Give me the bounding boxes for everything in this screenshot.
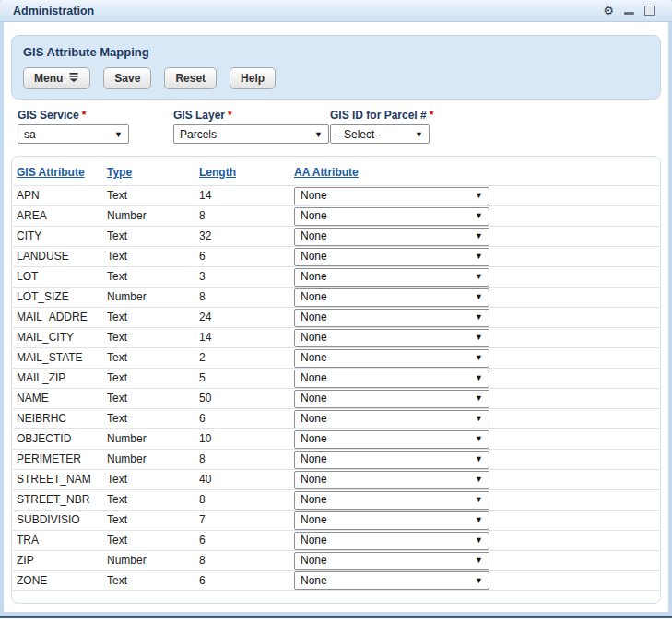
gis-layer-value: Parcels (180, 128, 311, 141)
aa-attribute-cell: None▼ (294, 471, 655, 489)
column-header-type[interactable]: Type (107, 166, 199, 185)
type-cell: Text (107, 409, 199, 428)
length-cell: 6 (199, 531, 294, 550)
aa-attribute-value: None (301, 471, 471, 489)
table-row: MAIL_ZIPText5None▼ (13, 368, 659, 388)
gis-attribute-cell: OBJECTID (17, 429, 107, 449)
aa-attribute-select[interactable]: None▼ (294, 309, 489, 327)
type-cell: Text (107, 470, 199, 489)
chevron-down-icon: ▼ (475, 491, 483, 510)
gis-id-label: GIS ID for Parcel # (330, 109, 427, 122)
type-cell: Text (107, 328, 199, 347)
gis-attribute-cell: MAIL_ZIP (17, 369, 107, 388)
length-cell: 8 (199, 490, 294, 510)
aa-attribute-cell: None▼ (294, 288, 655, 307)
aa-attribute-value: None (301, 511, 471, 530)
aa-attribute-select[interactable]: None▼ (294, 207, 489, 226)
column-header-gis-attribute[interactable]: GIS Attribute (17, 166, 107, 185)
aa-attribute-select[interactable]: None▼ (294, 430, 489, 449)
gis-service-select[interactable]: sa ▼ (18, 124, 129, 144)
aa-attribute-cell: None▼ (294, 491, 655, 510)
gis-attribute-cell: NEIBRHC (17, 409, 107, 428)
type-cell: Number (107, 206, 199, 226)
menu-dropdown-icon (68, 72, 79, 85)
aa-attribute-select[interactable]: None▼ (294, 349, 489, 368)
gis-attribute-cell: MAIL_CITY (17, 328, 107, 347)
aa-attribute-select[interactable]: None▼ (294, 552, 489, 570)
aa-attribute-select[interactable]: None▼ (294, 451, 489, 469)
save-button[interactable]: Save (103, 67, 151, 89)
aa-attribute-value: None (301, 349, 471, 368)
type-cell: Text (107, 227, 199, 246)
aa-attribute-select[interactable]: None▼ (294, 228, 489, 246)
type-cell: Text (107, 511, 199, 530)
column-header-aa-attribute[interactable]: AA Attribute (294, 166, 655, 185)
aa-attribute-select[interactable]: None▼ (294, 410, 489, 428)
aa-attribute-value: None (301, 309, 471, 327)
maximize-icon[interactable] (644, 6, 655, 16)
column-header-length[interactable]: Length (199, 166, 294, 185)
aa-attribute-select[interactable]: None▼ (294, 288, 489, 307)
type-cell: Text (107, 348, 199, 368)
length-cell: 8 (199, 450, 294, 469)
aa-attribute-select[interactable]: None▼ (294, 571, 489, 590)
minimize-icon[interactable] (624, 12, 634, 15)
reset-button[interactable]: Reset (164, 67, 217, 89)
gis-attribute-cell: TRA (17, 531, 107, 550)
aa-attribute-select[interactable]: None▼ (294, 471, 489, 489)
gis-attribute-cell: ZONE (17, 571, 107, 591)
attribute-table-panel: GIS Attribute Type Length AA Attribute A… (11, 156, 661, 604)
menu-button[interactable]: Menu (23, 67, 90, 89)
length-cell: 50 (199, 389, 294, 408)
length-cell: 3 (199, 267, 294, 287)
aa-attribute-cell: None▼ (294, 268, 655, 287)
aa-attribute-cell: None▼ (294, 207, 655, 226)
aa-attribute-cell: None▼ (294, 370, 655, 388)
chevron-down-icon: ▼ (475, 390, 483, 408)
gis-attribute-cell: LOT (17, 267, 107, 287)
chevron-down-icon: ▼ (475, 471, 483, 489)
aa-attribute-select[interactable]: None▼ (294, 248, 489, 266)
gis-attribute-cell: APN (17, 186, 107, 205)
table-row: NEIBRHCText6None▼ (13, 408, 659, 428)
aa-attribute-cell: None▼ (294, 552, 655, 570)
gear-icon[interactable]: ⚙ (603, 5, 614, 17)
chevron-down-icon: ▼ (475, 370, 483, 388)
aa-attribute-cell: None▼ (294, 390, 655, 408)
table-row: ZIPNumber8None▼ (13, 550, 659, 570)
aa-attribute-cell: None▼ (294, 187, 655, 205)
gis-attribute-cell: ZIP (17, 551, 107, 570)
window-content: GIS Attribute Mapping Menu Save Reset He… (4, 22, 668, 612)
length-cell: 2 (199, 348, 294, 368)
menu-button-label: Menu (34, 72, 63, 85)
length-cell: 40 (199, 470, 294, 489)
gis-id-select[interactable]: --Select-- ▼ (330, 124, 430, 144)
required-asterisk: * (430, 109, 434, 122)
aa-attribute-value: None (301, 532, 471, 550)
type-cell: Text (107, 267, 199, 287)
help-button[interactable]: Help (230, 67, 276, 89)
table-row: LOTText3None▼ (13, 266, 659, 287)
chevron-down-icon: ▼ (475, 430, 483, 449)
aa-attribute-select[interactable]: None▼ (294, 370, 489, 388)
chevron-down-icon: ▼ (475, 329, 483, 347)
aa-attribute-select[interactable]: None▼ (294, 268, 489, 287)
gis-attribute-cell: CITY (17, 227, 107, 246)
table-row: MAIL_ADDREText24None▼ (13, 307, 659, 327)
window-title: Administration (13, 5, 603, 18)
gis-layer-select[interactable]: Parcels ▼ (173, 124, 329, 144)
aa-attribute-select[interactable]: None▼ (294, 491, 489, 510)
table-row: LOT_SIZENumber8None▼ (13, 287, 659, 307)
table-header-row: GIS Attribute Type Length AA Attribute (13, 157, 659, 185)
table-row: APNText14None▼ (13, 185, 659, 205)
gis-attribute-mapping-panel: GIS Attribute Mapping Menu Save Reset He… (11, 35, 661, 100)
aa-attribute-select[interactable]: None▼ (294, 390, 489, 408)
aa-attribute-select[interactable]: None▼ (294, 511, 489, 530)
aa-attribute-select[interactable]: None▼ (294, 532, 489, 550)
aa-attribute-select[interactable]: None▼ (294, 187, 489, 205)
length-cell: 6 (199, 247, 294, 266)
gis-layer-label: GIS Layer (173, 109, 225, 122)
aa-attribute-cell: None▼ (294, 329, 655, 347)
aa-attribute-value: None (301, 228, 471, 246)
aa-attribute-select[interactable]: None▼ (294, 329, 489, 347)
